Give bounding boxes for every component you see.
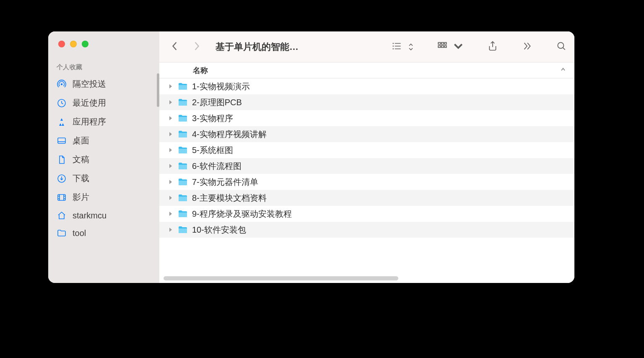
svg-rect-13 (444, 45, 446, 47)
svg-rect-9 (441, 42, 444, 44)
file-name: 7-实物元器件清单 (192, 176, 258, 188)
sidebar-item-label: 文稿 (73, 154, 89, 165)
finder-window: 个人收藏 隔空投送 最近使用 (48, 31, 574, 283)
folder-icon (178, 82, 188, 91)
file-name: 8-主要模块文档资料 (192, 192, 267, 204)
horizontal-scrollbar-thumb[interactable] (164, 276, 398, 280)
forward-button[interactable] (193, 40, 200, 54)
sidebar-item-label: 最近使用 (73, 97, 106, 109)
disclosure-triangle-icon[interactable] (168, 211, 174, 216)
disclosure-triangle-icon[interactable] (168, 179, 174, 184)
sidebar-item-label: 下载 (73, 173, 89, 184)
sidebar-item-downloads[interactable]: 下载 (48, 169, 159, 188)
double-chevron-right-icon (522, 41, 532, 53)
sidebar-item-movies[interactable]: 影片 (48, 188, 159, 207)
toolbar: 基于单片机的智能… (159, 31, 574, 62)
group-by-button[interactable] (437, 41, 464, 53)
document-icon (57, 155, 67, 165)
home-icon (57, 210, 67, 221)
sidebar-item-home[interactable]: starkmcu (48, 207, 159, 224)
close-window-button[interactable] (58, 41, 65, 47)
sidebar-items: 隔空投送 最近使用 应用程序 (48, 75, 159, 242)
svg-point-6 (392, 45, 394, 47)
svg-rect-11 (438, 45, 440, 47)
column-header-name[interactable]: 名称 (159, 62, 574, 78)
folder-icon (178, 162, 188, 170)
svg-point-0 (61, 83, 62, 85)
file-row[interactable]: 8-主要模块文档资料 (159, 190, 574, 206)
sidebar: 个人收藏 隔空投送 最近使用 (48, 31, 159, 283)
folder-icon (178, 210, 188, 218)
grid-group-icon (437, 41, 448, 53)
sidebar-item-label: 影片 (73, 192, 89, 203)
file-row[interactable]: 3-实物程序 (159, 110, 574, 126)
download-icon (57, 174, 67, 184)
svg-rect-8 (438, 42, 440, 44)
sidebar-item-label: tool (73, 228, 86, 238)
sidebar-item-airdrop[interactable]: 隔空投送 (48, 75, 159, 93)
desktop-icon (57, 136, 67, 146)
sidebar-item-label: 应用程序 (73, 116, 106, 127)
sidebar-item-tool[interactable]: tool (48, 224, 159, 242)
sort-ascending-icon (560, 66, 566, 75)
minimize-window-button[interactable] (70, 41, 77, 47)
sidebar-item-recents[interactable]: 最近使用 (48, 93, 159, 112)
window-controls (48, 31, 159, 47)
disclosure-triangle-icon[interactable] (168, 132, 174, 137)
column-header-label: 名称 (193, 65, 208, 75)
disclosure-triangle-icon[interactable] (168, 84, 174, 89)
file-row[interactable]: 5-系统框图 (159, 142, 574, 158)
folder-icon (178, 114, 188, 122)
folder-icon (178, 194, 188, 202)
view-options-button[interactable] (392, 41, 413, 53)
sidebar-item-documents[interactable]: 文稿 (48, 150, 159, 169)
sidebar-section-heading: 个人收藏 (48, 47, 159, 75)
search-button[interactable] (556, 41, 567, 53)
horizontal-scrollbar[interactable] (164, 276, 570, 280)
sidebar-item-label: 隔空投送 (73, 78, 106, 90)
disclosure-triangle-icon[interactable] (168, 227, 174, 232)
main-pane: 基于单片机的智能… (159, 31, 574, 283)
svg-rect-12 (441, 45, 444, 47)
up-down-chevron-icon (408, 43, 413, 51)
folder-icon (178, 226, 188, 234)
file-name: 1-实物视频演示 (192, 81, 250, 92)
svg-rect-4 (58, 195, 65, 200)
file-row[interactable]: 2-原理图PCB (159, 94, 574, 110)
file-row[interactable]: 7-实物元器件清单 (159, 174, 574, 190)
more-button[interactable] (522, 41, 532, 53)
file-row[interactable]: 9-程序烧录及驱动安装教程 (159, 206, 574, 222)
share-icon (487, 41, 498, 53)
share-button[interactable] (487, 41, 498, 53)
file-list: 1-实物视频演示2-原理图PCB3-实物程序4-实物程序视频讲解5-系统框图6-… (159, 78, 574, 283)
file-row[interactable]: 1-实物视频演示 (159, 78, 574, 94)
disclosure-triangle-icon[interactable] (168, 116, 174, 121)
disclosure-triangle-icon[interactable] (168, 163, 174, 169)
chevron-down-icon (453, 41, 464, 53)
folder-icon (178, 98, 188, 106)
sidebar-item-label: starkmcu (73, 211, 106, 221)
search-icon (556, 41, 567, 53)
disclosure-triangle-icon[interactable] (168, 195, 174, 200)
file-name: 4-实物程序视频讲解 (192, 129, 267, 140)
file-row[interactable]: 6-软件流程图 (159, 158, 574, 174)
clock-icon (57, 98, 67, 108)
file-name: 6-软件流程图 (192, 161, 242, 172)
sidebar-item-applications[interactable]: 应用程序 (48, 112, 159, 131)
svg-rect-2 (58, 138, 65, 143)
window-title: 基于单片机的智能… (216, 41, 299, 53)
list-view-icon (392, 41, 402, 53)
fullscreen-window-button[interactable] (82, 41, 88, 47)
file-name: 9-程序烧录及驱动安装教程 (192, 208, 292, 220)
back-button[interactable] (171, 40, 179, 54)
sidebar-item-desktop[interactable]: 桌面 (48, 131, 159, 150)
file-row[interactable]: 10-软件安装包 (159, 222, 574, 238)
disclosure-triangle-icon[interactable] (168, 148, 174, 153)
file-name: 3-实物程序 (192, 113, 233, 124)
applications-icon (57, 117, 67, 127)
svg-point-5 (392, 43, 394, 44)
airdrop-icon (57, 79, 67, 89)
svg-point-14 (558, 42, 564, 48)
disclosure-triangle-icon[interactable] (168, 100, 174, 105)
file-row[interactable]: 4-实物程序视频讲解 (159, 126, 574, 142)
